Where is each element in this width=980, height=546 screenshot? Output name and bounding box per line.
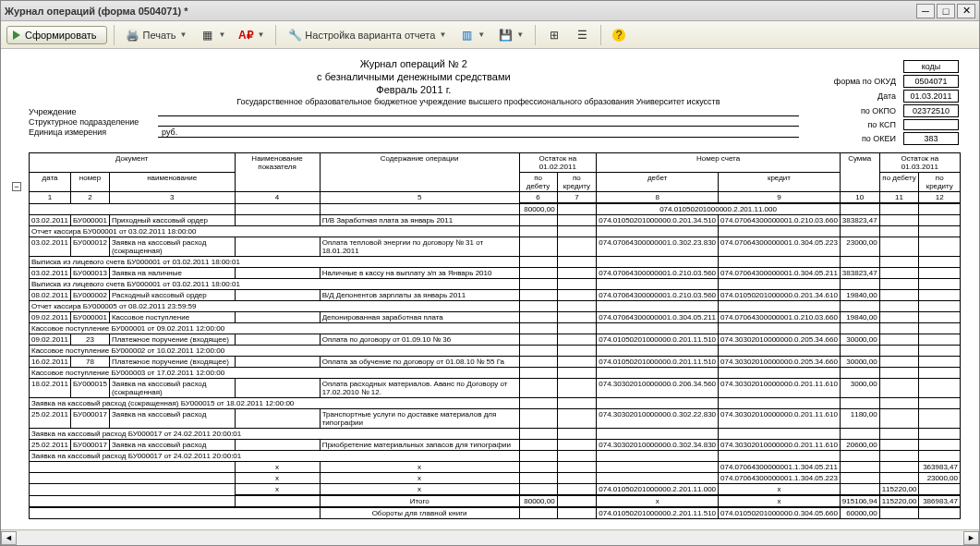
report-title-1: Журнал операций № 2: [29, 58, 799, 69]
help-icon: ?: [612, 29, 625, 42]
table-icon: ▦: [200, 28, 215, 42]
printer-icon: 🖨️: [126, 28, 140, 42]
wrench-icon: 🔧: [287, 28, 302, 42]
minimize-button[interactable]: ─: [916, 4, 935, 18]
chevron-down-icon: ▼: [180, 30, 188, 39]
journal-grid: Документ Наименование показателя Содержа…: [29, 152, 961, 519]
org-name: Государственное образовательное бюджетно…: [158, 97, 799, 106]
font-icon: A₽: [238, 28, 253, 42]
settings-button[interactable]: 🔧 Настройка варианта отчета ▼: [283, 25, 451, 45]
chevron-down-icon: ▼: [516, 30, 524, 39]
list-icon: ☰: [575, 28, 589, 42]
chevron-down-icon: ▼: [257, 30, 264, 39]
print-label: Печать: [143, 30, 176, 41]
ed-value: руб.: [158, 127, 799, 138]
run-label: Сформировать: [25, 30, 97, 41]
maximize-button[interactable]: □: [937, 4, 955, 18]
window-title: Журнал операций (форма 0504071) *: [5, 6, 188, 17]
grid-icon: ⊞: [547, 28, 562, 42]
list-button[interactable]: ☰: [570, 25, 594, 45]
horizontal-scrollbar[interactable]: ◄ ►: [1, 529, 979, 545]
font-button[interactable]: A₽▼: [234, 25, 269, 45]
ed-label: Единица измерения: [29, 127, 158, 138]
layout-icon: ▥: [459, 28, 474, 42]
layout-button[interactable]: ▥▼: [454, 25, 490, 45]
chevron-down-icon: ▼: [219, 30, 226, 39]
save-icon: 💾: [498, 28, 513, 42]
play-icon: [13, 30, 20, 40]
settings-label: Настройка варианта отчета: [305, 30, 435, 41]
titlebar: Журнал операций (форма 0504071) * ─ □ ✕: [1, 1, 979, 21]
save-button[interactable]: 💾▼: [493, 25, 528, 45]
table-view-button[interactable]: ▦▼: [196, 25, 231, 45]
grid-button[interactable]: ⊞: [542, 25, 566, 45]
scroll-right-button[interactable]: ►: [963, 531, 979, 545]
chevron-down-icon: ▼: [478, 30, 485, 39]
run-button[interactable]: Сформировать: [6, 26, 107, 44]
uchr-label: Учреждение: [29, 107, 158, 116]
collapse-toggle[interactable]: −: [12, 182, 21, 191]
podr-label: Структурное подразделение: [29, 117, 158, 127]
help-button[interactable]: ?: [608, 26, 630, 44]
report-period: Февраль 2011 г.: [29, 84, 799, 95]
report-viewport[interactable]: Журнал операций № 2 с безналичными денеж…: [1, 49, 979, 529]
scroll-left-button[interactable]: ◄: [1, 531, 17, 545]
report-title-2: с безналичными денежными средствами: [29, 71, 799, 82]
print-button[interactable]: 🖨️ Печать ▼: [121, 25, 192, 45]
toolbar: Сформировать 🖨️ Печать ▼ ▦▼ A₽▼ 🔧 Настро…: [1, 21, 979, 49]
close-button[interactable]: ✕: [957, 4, 975, 18]
chevron-down-icon: ▼: [439, 30, 446, 39]
codes-table: коды форма по ОКУД0504071 Дата01.03.2011…: [827, 58, 961, 147]
